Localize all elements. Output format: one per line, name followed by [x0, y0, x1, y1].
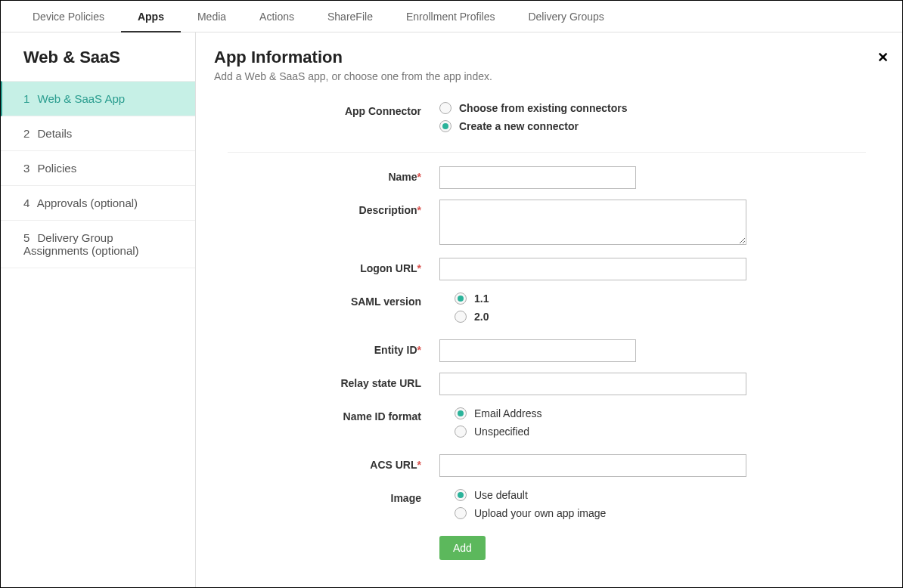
tab-media[interactable]: Media — [181, 1, 243, 32]
row-entity-id: Entity ID* — [228, 339, 866, 362]
row-name: Name* — [228, 166, 866, 189]
label-name: Name* — [228, 166, 439, 183]
tab-actions[interactable]: Actions — [243, 1, 311, 32]
step-num: 4 — [23, 197, 29, 209]
radio-use-default[interactable]: Use default — [455, 489, 866, 501]
radio-label: 1.1 — [474, 292, 489, 305]
close-icon[interactable]: ✕ — [877, 49, 889, 66]
label-name-id-format: Name ID format — [228, 406, 439, 422]
radio-label: Upload your own app image — [474, 507, 606, 519]
step-details[interactable]: 2 Details — [1, 116, 195, 151]
label-relay-state-url: Relay state URL — [228, 373, 439, 389]
relay-state-url-input[interactable] — [439, 373, 746, 395]
step-delivery-group-assignments[interactable]: 5 Delivery Group Assignments (optional) — [1, 221, 195, 268]
label-entity-id: Entity ID* — [228, 339, 439, 356]
step-policies[interactable]: 3 Policies — [1, 151, 195, 186]
row-description: Description* — [228, 200, 866, 247]
row-logon-url: Logon URL* — [228, 258, 866, 280]
radio-icon — [455, 489, 467, 501]
label-description: Description* — [228, 200, 439, 216]
add-button[interactable]: Add — [439, 536, 486, 560]
step-num: 5 — [23, 231, 29, 244]
radio-saml-11[interactable]: 1.1 — [455, 292, 866, 305]
radio-icon — [455, 426, 467, 438]
row-image: Image Use default Upload your own app im… — [228, 487, 866, 525]
tab-apps[interactable]: Apps — [121, 1, 181, 32]
radio-label: Use default — [474, 489, 528, 501]
radio-create-new[interactable]: Create a new connector — [439, 120, 866, 132]
radio-icon — [439, 102, 452, 114]
page-title: App Information — [214, 48, 880, 67]
step-web-saas-app[interactable]: 1 Web & SaaS App — [1, 81, 195, 116]
entity-id-input[interactable] — [439, 339, 636, 362]
label-image: Image — [228, 487, 439, 504]
app-connector-options: Choose from existing connectors Create a… — [439, 101, 866, 138]
step-label: Web & SaaS App — [38, 92, 126, 105]
step-label: Delivery Group Assignments (optional) — [23, 231, 139, 257]
row-saml-version: SAML version 1.1 2.0 — [228, 291, 866, 329]
step-label: Approvals (optional) — [37, 197, 138, 209]
tab-delivery-groups[interactable]: Delivery Groups — [511, 1, 620, 32]
radio-icon — [439, 120, 452, 132]
radio-icon — [455, 292, 467, 305]
radio-label: Create a new connector — [459, 120, 579, 132]
tab-enrollment-profiles[interactable]: Enrollment Profiles — [389, 1, 512, 32]
label-saml-version: SAML version — [228, 291, 439, 308]
divider — [228, 152, 866, 153]
radio-icon — [455, 311, 467, 323]
content: ✕ App Information Add a Web & SaaS app, … — [196, 32, 902, 587]
saml-version-options: 1.1 2.0 — [439, 291, 866, 329]
main-container: Web & SaaS 1 Web & SaaS App 2 Details 3 … — [1, 32, 902, 587]
logon-url-input[interactable] — [439, 258, 746, 280]
row-name-id-format: Name ID format Email Address Unspecified — [228, 406, 866, 444]
step-label: Policies — [38, 162, 77, 175]
spacer — [228, 536, 439, 540]
step-num: 3 — [23, 162, 29, 175]
radio-choose-existing[interactable]: Choose from existing connectors — [439, 102, 866, 114]
form-area: App Connector Choose from existing conne… — [214, 101, 880, 560]
row-app-connector: App Connector Choose from existing conne… — [228, 101, 866, 138]
step-num: 1 — [23, 92, 29, 105]
name-input[interactable] — [439, 166, 636, 189]
radio-email-address[interactable]: Email Address — [455, 407, 866, 419]
radio-icon — [455, 407, 467, 419]
acs-url-input[interactable] — [439, 454, 746, 477]
radio-saml-20[interactable]: 2.0 — [455, 311, 866, 323]
row-acs-url: ACS URL* — [228, 454, 866, 477]
description-input[interactable] — [439, 200, 746, 245]
sidebar-title: Web & SaaS — [1, 48, 195, 81]
radio-label: Unspecified — [474, 426, 529, 438]
radio-label: 2.0 — [474, 311, 489, 323]
radio-icon — [455, 507, 467, 519]
top-nav: Device Policies Apps Media Actions Share… — [1, 1, 902, 32]
sidebar: Web & SaaS 1 Web & SaaS App 2 Details 3 … — [1, 32, 196, 587]
row-add-button: Add — [228, 536, 866, 560]
tab-sharefile[interactable]: ShareFile — [311, 1, 389, 32]
step-approvals[interactable]: 4 Approvals (optional) — [1, 186, 195, 221]
radio-label: Choose from existing connectors — [459, 102, 627, 114]
image-options: Use default Upload your own app image — [439, 487, 866, 525]
radio-label: Email Address — [474, 407, 541, 419]
tab-device-policies[interactable]: Device Policies — [16, 1, 121, 32]
step-num: 2 — [23, 127, 29, 140]
radio-unspecified[interactable]: Unspecified — [455, 426, 866, 438]
row-relay-state-url: Relay state URL — [228, 373, 866, 395]
radio-upload-image[interactable]: Upload your own app image — [455, 507, 866, 519]
name-id-format-options: Email Address Unspecified — [439, 406, 866, 444]
label-acs-url: ACS URL* — [228, 454, 439, 471]
step-label: Details — [38, 127, 73, 140]
label-app-connector: App Connector — [228, 101, 439, 117]
label-logon-url: Logon URL* — [228, 258, 439, 274]
page-subtitle: Add a Web & SaaS app, or choose one from… — [214, 70, 880, 82]
